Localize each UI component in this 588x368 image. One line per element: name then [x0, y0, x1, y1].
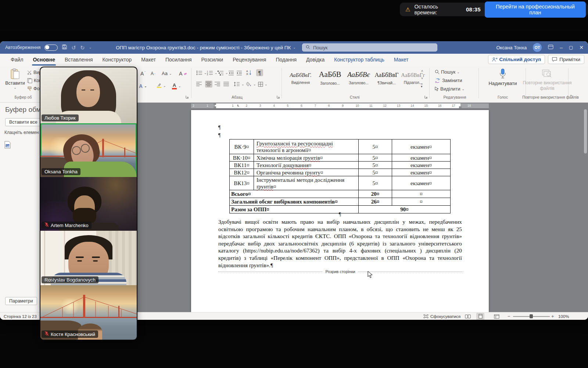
participant-tile[interactable]: Любов Тхорик	[40, 67, 137, 123]
zoom-slider[interactable]	[513, 312, 550, 320]
style-heading2[interactable]: АаБбВє Заголово...	[345, 69, 373, 92]
clear-formatting-button[interactable]: А	[179, 71, 187, 77]
page-indicator[interactable]: Сторінка 12 із 23	[4, 312, 37, 320]
participant-tile[interactable]: Костя Красновський	[40, 285, 137, 340]
multilevel-list-button[interactable]: ⌄	[218, 70, 228, 75]
sort-button[interactable]: АЯ	[246, 70, 252, 75]
opp-components-table[interactable]: ВК·9¤ Грунтозахисні та ресурсоощадні тех…	[229, 139, 451, 213]
read-mode-button[interactable]	[464, 312, 472, 320]
borders-button[interactable]: ⌄	[258, 82, 268, 87]
find-button[interactable]: Пошук⌄	[435, 69, 460, 75]
pilcrow-mark: ¶	[218, 125, 220, 131]
user-name[interactable]: Оксана Тонха	[496, 45, 527, 50]
tab-mailings[interactable]: Розсилки	[197, 54, 228, 66]
select-button[interactable]: Виділити⌄	[435, 86, 465, 92]
maximize-button[interactable]: ▢	[569, 45, 573, 50]
style-heading1[interactable]: АаБбВ Заголово...	[316, 69, 344, 92]
vertical-scrollbar[interactable]	[584, 106, 587, 308]
highlight-color-button[interactable]: ⌄	[157, 82, 166, 89]
font-dialog-launcher[interactable]	[186, 93, 189, 100]
zoom-in-button[interactable]: +	[551, 312, 554, 320]
autosave-label: Автозбереження	[5, 45, 40, 50]
clipboard-item-image-icon[interactable]	[4, 141, 11, 150]
line-spacing-button[interactable]: ⌄	[234, 82, 244, 86]
align-right-button[interactable]	[215, 82, 220, 86]
align-left-button[interactable]	[196, 82, 202, 86]
close-button[interactable]: ✕	[579, 45, 584, 50]
shrink-font-button[interactable]: Аˇ	[151, 71, 155, 76]
text-effects-button[interactable]: А⌄	[139, 83, 147, 89]
tab-help[interactable]: Довідка	[301, 54, 329, 66]
style-emphasis[interactable]: АаБбВвГ. Виділення	[287, 69, 315, 92]
bullet-list-button[interactable]: ⌄	[196, 70, 207, 75]
paragraph-dialog-launcher[interactable]	[277, 93, 280, 100]
comments-button[interactable]: Примітки	[548, 55, 584, 64]
decrease-indent-button[interactable]	[229, 70, 234, 75]
tab-review[interactable]: Рецензування	[228, 54, 271, 66]
first-line-indent-marker[interactable]	[214, 103, 216, 105]
collapse-ribbon-button[interactable]: ⌃	[569, 94, 573, 99]
styles-scroll-up[interactable]: ˄	[421, 69, 423, 73]
font-color-button[interactable]: А ⌄	[172, 82, 181, 89]
dictate-button[interactable]: Надиктувати	[482, 68, 523, 86]
ruler-number: 17	[452, 104, 455, 108]
grow-font-button[interactable]: Аˆ	[140, 71, 146, 77]
zoom-slider-handle[interactable]	[530, 314, 533, 318]
share-button[interactable]: Спільний доступ	[488, 55, 545, 64]
show-formatting-marks-button[interactable]: ¶	[256, 69, 263, 76]
copy-button[interactable]: Коп	[27, 78, 42, 83]
left-indent-marker[interactable]	[214, 106, 216, 108]
undo-icon[interactable]: ↺	[71, 45, 76, 50]
tab-table-design[interactable]: Конструктор таблиць	[329, 54, 389, 66]
tab-insert[interactable]: Вставлення	[60, 54, 98, 66]
format-painter-button[interactable]: Фор	[27, 86, 42, 91]
participant-tile[interactable]: Artem Marchenko	[40, 177, 137, 231]
paste-all-button[interactable]: Вставити все	[5, 118, 42, 126]
tab-home[interactable]: Основне	[28, 54, 60, 66]
tab-layout[interactable]: Макет	[136, 54, 161, 66]
zoom-out-button[interactable]: −	[508, 312, 510, 320]
tab-references[interactable]: Посилання	[161, 54, 197, 66]
change-case-button[interactable]: Aa⌄	[162, 71, 172, 76]
avatar[interactable]: ОТ	[533, 43, 542, 52]
styles-scroll-down[interactable]: ˅	[421, 77, 423, 80]
shading-button[interactable]: ⌄	[246, 82, 256, 87]
focus-button[interactable]: Сфокусуватися	[423, 312, 460, 320]
pilcrow-mark: ¶	[218, 132, 220, 138]
save-icon[interactable]	[62, 44, 67, 51]
tab-view[interactable]: Подання	[271, 54, 301, 66]
right-indent-marker[interactable]	[459, 106, 462, 108]
upgrade-plan-button[interactable]: Перейти на профессиональный план	[485, 1, 586, 18]
quick-access-chevron-icon[interactable]: ⌄	[89, 46, 92, 49]
options-button[interactable]: Параметри	[5, 297, 37, 305]
tab-table-layout[interactable]: Макет	[389, 54, 413, 66]
replace-button[interactable]: bc Замінити	[435, 78, 462, 83]
title-chevron-icon[interactable]: ⌄	[293, 46, 296, 49]
search-input[interactable]: Пошук	[302, 43, 437, 52]
minimize-button[interactable]: –	[560, 45, 563, 50]
increase-indent-button[interactable]	[237, 70, 242, 75]
styles-gallery-expand[interactable]: ▾	[421, 84, 423, 88]
ribbon-display-options-icon[interactable]	[548, 44, 553, 51]
tab-file[interactable]: Файл	[6, 54, 28, 66]
print-layout-button[interactable]	[476, 312, 484, 320]
styles-dialog-launcher[interactable]	[424, 93, 428, 100]
numbered-list-button[interactable]: 123⌄	[207, 70, 218, 75]
redo-icon[interactable]: ↻	[80, 45, 85, 50]
ruler[interactable]: 21123456789101112131415161718 L	[191, 103, 489, 108]
participant-tile[interactable]: Rostyslav Bogdanovych	[40, 231, 137, 285]
tab-stop-marker[interactable]: L	[237, 104, 239, 107]
autosave-toggle[interactable]	[44, 45, 58, 51]
document-title: ОПП магістр Охорона грунтів3.doc - режим…	[118, 41, 294, 54]
participant-tile[interactable]: Oksana Tonkha	[40, 123, 137, 177]
zoom-level[interactable]: 100%	[558, 312, 569, 320]
style-normal[interactable]: АаБбВвГ ¶Звичай...	[373, 69, 401, 92]
justify-button[interactable]	[223, 82, 229, 86]
web-layout-button[interactable]	[492, 312, 501, 320]
tab-design[interactable]: Конструктор	[97, 54, 136, 66]
document-paragraph[interactable]: Здобувачі вищої освіти мають право на ви…	[218, 218, 462, 269]
align-center-button[interactable]	[205, 81, 212, 88]
cut-button[interactable]: Вир	[27, 70, 42, 75]
paste-button[interactable]: Вставити ⌄	[4, 68, 26, 89]
document-page[interactable]: ¶ ¶ ВК·9¤ Грунтозахисні та ресурсоощадні…	[191, 110, 489, 312]
